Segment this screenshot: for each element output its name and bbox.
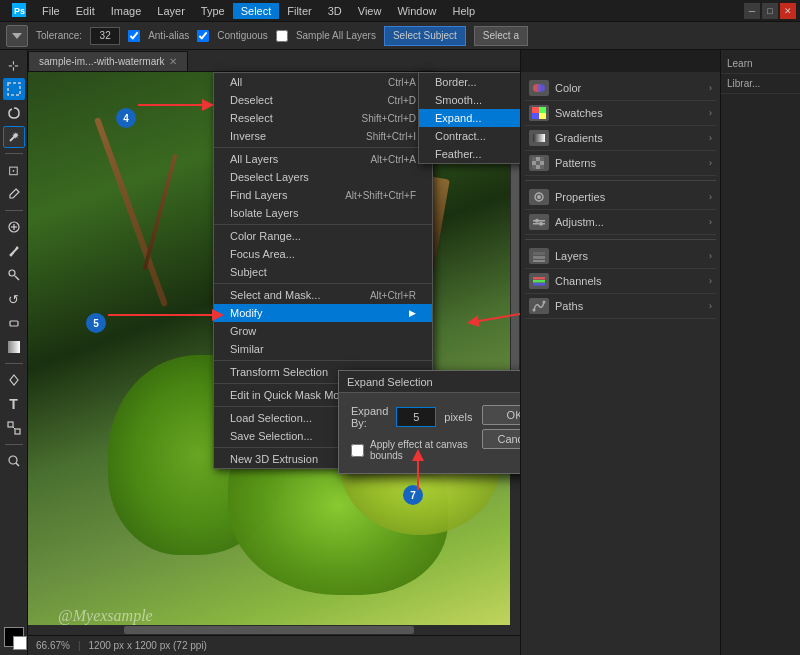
select-subject-button[interactable]: Select Subject: [384, 26, 466, 46]
cancel-button[interactable]: Cancel: [482, 429, 520, 449]
window-controls: ─ □ ✕: [744, 3, 796, 19]
history-tool[interactable]: ↺: [3, 288, 25, 310]
menu-3d[interactable]: 3D: [320, 3, 350, 19]
svg-rect-35: [536, 165, 540, 169]
select-color-range[interactable]: Color Range...: [214, 227, 432, 245]
move-tool[interactable]: ⊹: [3, 54, 25, 76]
modify-feather[interactable]: Feather...Shift+F6: [419, 145, 520, 163]
ok-button[interactable]: OK: [482, 405, 520, 425]
modify-border[interactable]: Border...: [419, 73, 520, 91]
panel-patterns[interactable]: Patterns ›: [525, 151, 716, 176]
modify-contract[interactable]: Contract...: [419, 127, 520, 145]
svg-rect-43: [533, 252, 545, 255]
patterns-panel-label: Patterns: [555, 157, 596, 169]
canvas-area[interactable]: sample-im...-with-watermark ✕ @Myexsampl…: [28, 50, 520, 655]
contiguous-checkbox[interactable]: [197, 30, 209, 42]
panel-paths[interactable]: Paths ›: [525, 294, 716, 319]
panel-properties[interactable]: Properties ›: [525, 185, 716, 210]
maximize-button[interactable]: □: [762, 3, 778, 19]
learn-button[interactable]: Learn: [721, 54, 800, 74]
brush-tool[interactable]: [3, 240, 25, 262]
svg-point-49: [533, 309, 536, 312]
zoom-tool[interactable]: [3, 450, 25, 472]
lasso-tool[interactable]: [3, 102, 25, 124]
menu-filter[interactable]: Filter: [279, 3, 319, 19]
svg-rect-31: [532, 161, 536, 165]
svg-rect-27: [533, 134, 545, 142]
menu-file[interactable]: File: [34, 3, 68, 19]
select-isolate-layers[interactable]: Isolate Layers: [214, 204, 432, 222]
pen-tool[interactable]: [3, 369, 25, 391]
menu-ps[interactable]: Ps: [4, 1, 34, 21]
contiguous-label: Contiguous: [217, 30, 268, 41]
menu-edit[interactable]: Edit: [68, 3, 103, 19]
panel-tab-bar: [521, 50, 720, 72]
paths-panel-icon: [529, 298, 549, 314]
panel-gradients[interactable]: Gradients ›: [525, 126, 716, 151]
horizontal-scrollbar[interactable]: [28, 625, 510, 635]
branch-2: [143, 154, 178, 271]
svg-point-22: [537, 84, 545, 92]
pixels-label: pixels: [444, 411, 472, 423]
panel-layers[interactable]: Layers ›: [525, 244, 716, 269]
gradient-tool[interactable]: [3, 336, 25, 358]
select-find-layers[interactable]: Find LayersAlt+Shift+Ctrl+F: [214, 186, 432, 204]
svg-rect-26: [539, 113, 546, 119]
background-color[interactable]: [13, 636, 27, 650]
marquee-tool[interactable]: [3, 78, 25, 100]
panel-swatches[interactable]: Swatches ›: [525, 101, 716, 126]
anti-alias-checkbox[interactable]: [128, 30, 140, 42]
select-grow[interactable]: Grow: [214, 322, 432, 340]
menu-type[interactable]: Type: [193, 3, 233, 19]
select-and-mask[interactable]: Select and Mask...Alt+Ctrl+R: [214, 286, 432, 304]
libraries-button[interactable]: Librar...: [721, 74, 800, 94]
modify-smooth[interactable]: Smooth...: [419, 91, 520, 109]
panel-channels[interactable]: Channels ›: [525, 269, 716, 294]
select-inverse[interactable]: InverseShift+Ctrl+I: [214, 127, 432, 145]
svg-rect-29: [536, 157, 540, 161]
modify-expand[interactable]: Expand...: [419, 109, 520, 127]
menu-layer[interactable]: Layer: [149, 3, 193, 19]
status-bar: 66.67% | 1200 px x 1200 px (72 ppi): [28, 635, 520, 655]
select-button[interactable]: Select a: [474, 26, 528, 46]
tolerance-input[interactable]: [90, 27, 120, 45]
eraser-tool[interactable]: [3, 312, 25, 334]
foreground-color[interactable]: [4, 627, 24, 647]
svg-line-13: [13, 427, 15, 429]
path-tool[interactable]: [3, 417, 25, 439]
crop-tool[interactable]: ⊡: [3, 159, 25, 181]
select-subject[interactable]: Subject: [214, 263, 432, 281]
healing-tool[interactable]: [3, 216, 25, 238]
menu-view[interactable]: View: [350, 3, 390, 19]
select-modify[interactable]: Modify▶: [214, 304, 432, 322]
channels-panel-label: Channels: [555, 275, 601, 287]
eyedropper-tool[interactable]: [3, 183, 25, 205]
select-deselect-layers[interactable]: Deselect Layers: [214, 168, 432, 186]
magic-wand-tool[interactable]: [3, 126, 25, 148]
menu-help[interactable]: Help: [445, 3, 484, 19]
panel-adjustments[interactable]: Adjustm... ›: [525, 210, 716, 235]
dialog-title-bar[interactable]: Expand Selection ✕: [339, 371, 520, 393]
select-all[interactable]: AllCtrl+A: [214, 73, 432, 91]
select-reselect[interactable]: ReselectShift+Ctrl+D: [214, 109, 432, 127]
select-all-layers[interactable]: All LayersAlt+Ctrl+A: [214, 150, 432, 168]
clone-tool[interactable]: [3, 264, 25, 286]
panel-color[interactable]: Color ›: [525, 76, 716, 101]
apply-effect-checkbox[interactable]: [351, 444, 364, 457]
menu-window[interactable]: Window: [389, 3, 444, 19]
minimize-button[interactable]: ─: [744, 3, 760, 19]
tab-close-icon[interactable]: ✕: [169, 56, 177, 67]
sample-all-layers-checkbox[interactable]: [276, 30, 288, 42]
active-tab[interactable]: sample-im...-with-watermark ✕: [28, 51, 188, 71]
menu-image[interactable]: Image: [103, 3, 150, 19]
select-similar[interactable]: Similar: [214, 340, 432, 358]
select-deselect[interactable]: DeselectCtrl+D: [214, 91, 432, 109]
menu-select[interactable]: Select: [233, 3, 280, 19]
horizontal-scroll-thumb[interactable]: [124, 626, 413, 634]
swatches-panel-label: Swatches: [555, 107, 603, 119]
type-tool[interactable]: T: [3, 393, 25, 415]
color-panel-chevron: ›: [709, 83, 712, 93]
expand-by-input[interactable]: [396, 407, 436, 427]
select-focus-area[interactable]: Focus Area...: [214, 245, 432, 263]
close-button[interactable]: ✕: [780, 3, 796, 19]
